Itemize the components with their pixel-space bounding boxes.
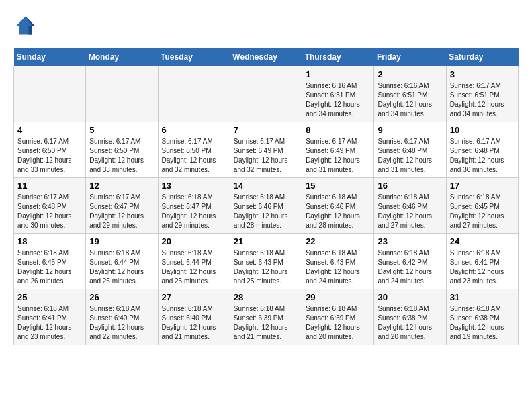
calendar-cell: 6Sunrise: 6:17 AM Sunset: 6:50 PM Daylig… — [158, 122, 230, 178]
day-number: 15 — [306, 181, 370, 191]
calendar-cell: 28Sunrise: 6:18 AM Sunset: 6:39 PM Dayli… — [230, 289, 302, 345]
page-header — [13, 13, 519, 38]
calendar-cell: 4Sunrise: 6:17 AM Sunset: 6:50 PM Daylig… — [14, 122, 86, 178]
calendar-cell: 17Sunrise: 6:18 AM Sunset: 6:45 PM Dayli… — [446, 178, 518, 234]
day-info: Sunrise: 6:17 AM Sunset: 6:49 PM Dayligh… — [306, 137, 370, 175]
day-number: 19 — [89, 236, 154, 246]
day-number: 18 — [17, 236, 82, 246]
day-number: 6 — [162, 125, 226, 135]
day-info: Sunrise: 6:18 AM Sunset: 6:46 PM Dayligh… — [306, 193, 370, 230]
calendar-week-row: 25Sunrise: 6:18 AM Sunset: 6:41 PM Dayli… — [14, 289, 519, 345]
day-number: 1 — [306, 69, 370, 79]
day-info: Sunrise: 6:18 AM Sunset: 6:47 PM Dayligh… — [162, 193, 226, 230]
day-info: Sunrise: 6:17 AM Sunset: 6:51 PM Dayligh… — [450, 81, 515, 119]
day-number: 16 — [378, 181, 442, 191]
calendar-cell — [14, 66, 86, 122]
day-number: 26 — [89, 292, 154, 302]
day-number: 14 — [234, 181, 298, 191]
day-number: 28 — [234, 292, 298, 302]
calendar-week-row: 1Sunrise: 6:16 AM Sunset: 6:51 PM Daylig… — [14, 66, 519, 122]
calendar-week-row: 18Sunrise: 6:18 AM Sunset: 6:45 PM Dayli… — [14, 234, 519, 289]
day-number: 21 — [234, 236, 298, 246]
day-number: 30 — [378, 292, 442, 302]
calendar-cell: 2Sunrise: 6:16 AM Sunset: 6:51 PM Daylig… — [374, 66, 446, 122]
calendar-cell: 24Sunrise: 6:18 AM Sunset: 6:41 PM Dayli… — [446, 234, 518, 289]
calendar-cell: 8Sunrise: 6:17 AM Sunset: 6:49 PM Daylig… — [302, 122, 374, 178]
logo — [13, 13, 42, 38]
header-saturday: Saturday — [446, 48, 518, 66]
calendar-cell: 12Sunrise: 6:17 AM Sunset: 6:47 PM Dayli… — [86, 178, 158, 234]
calendar-cell: 10Sunrise: 6:17 AM Sunset: 6:48 PM Dayli… — [446, 122, 518, 178]
calendar-cell: 27Sunrise: 6:18 AM Sunset: 6:40 PM Dayli… — [158, 289, 230, 345]
day-number: 29 — [306, 292, 370, 302]
day-info: Sunrise: 6:16 AM Sunset: 6:51 PM Dayligh… — [306, 81, 370, 119]
calendar-cell — [158, 66, 230, 122]
header-friday: Friday — [374, 48, 446, 66]
calendar-week-row: 11Sunrise: 6:17 AM Sunset: 6:48 PM Dayli… — [14, 178, 519, 234]
day-info: Sunrise: 6:17 AM Sunset: 6:50 PM Dayligh… — [162, 137, 226, 175]
day-info: Sunrise: 6:17 AM Sunset: 6:50 PM Dayligh… — [17, 137, 82, 175]
calendar-header-row: SundayMondayTuesdayWednesdayThursdayFrid… — [14, 48, 519, 66]
day-number: 13 — [162, 181, 226, 191]
calendar-cell: 31Sunrise: 6:18 AM Sunset: 6:38 PM Dayli… — [446, 289, 518, 345]
day-info: Sunrise: 6:18 AM Sunset: 6:38 PM Dayligh… — [450, 304, 515, 342]
calendar-cell: 13Sunrise: 6:18 AM Sunset: 6:47 PM Dayli… — [158, 178, 230, 234]
day-info: Sunrise: 6:18 AM Sunset: 6:40 PM Dayligh… — [89, 304, 154, 342]
day-number: 22 — [306, 236, 370, 246]
day-number: 31 — [450, 292, 515, 302]
day-info: Sunrise: 6:18 AM Sunset: 6:38 PM Dayligh… — [378, 304, 442, 342]
day-info: Sunrise: 6:18 AM Sunset: 6:39 PM Dayligh… — [234, 304, 298, 342]
day-info: Sunrise: 6:17 AM Sunset: 6:47 PM Dayligh… — [89, 193, 154, 230]
day-number: 2 — [378, 69, 442, 79]
day-number: 27 — [162, 292, 226, 302]
calendar-cell: 1Sunrise: 6:16 AM Sunset: 6:51 PM Daylig… — [302, 66, 374, 122]
calendar-cell: 9Sunrise: 6:17 AM Sunset: 6:48 PM Daylig… — [374, 122, 446, 178]
day-info: Sunrise: 6:18 AM Sunset: 6:42 PM Dayligh… — [378, 248, 442, 286]
calendar-cell — [86, 66, 158, 122]
day-info: Sunrise: 6:18 AM Sunset: 6:46 PM Dayligh… — [234, 193, 298, 230]
day-info: Sunrise: 6:18 AM Sunset: 6:44 PM Dayligh… — [89, 248, 154, 286]
day-info: Sunrise: 6:17 AM Sunset: 6:48 PM Dayligh… — [450, 137, 515, 175]
day-number: 8 — [306, 125, 370, 135]
day-info: Sunrise: 6:18 AM Sunset: 6:44 PM Dayligh… — [162, 248, 226, 286]
header-tuesday: Tuesday — [158, 48, 230, 66]
day-info: Sunrise: 6:18 AM Sunset: 6:46 PM Dayligh… — [378, 193, 442, 230]
day-info: Sunrise: 6:18 AM Sunset: 6:43 PM Dayligh… — [234, 248, 298, 286]
logo-icon — [13, 13, 38, 38]
day-number: 17 — [450, 181, 515, 191]
day-number: 23 — [378, 236, 442, 246]
calendar-cell: 18Sunrise: 6:18 AM Sunset: 6:45 PM Dayli… — [14, 234, 86, 289]
day-info: Sunrise: 6:18 AM Sunset: 6:40 PM Dayligh… — [162, 304, 226, 342]
calendar-cell: 11Sunrise: 6:17 AM Sunset: 6:48 PM Dayli… — [14, 178, 86, 234]
day-info: Sunrise: 6:17 AM Sunset: 6:49 PM Dayligh… — [234, 137, 298, 175]
calendar-cell: 16Sunrise: 6:18 AM Sunset: 6:46 PM Dayli… — [374, 178, 446, 234]
calendar-cell: 3Sunrise: 6:17 AM Sunset: 6:51 PM Daylig… — [446, 66, 518, 122]
calendar-cell: 30Sunrise: 6:18 AM Sunset: 6:38 PM Dayli… — [374, 289, 446, 345]
day-number: 12 — [89, 181, 154, 191]
calendar-week-row: 4Sunrise: 6:17 AM Sunset: 6:50 PM Daylig… — [14, 122, 519, 178]
calendar-cell: 15Sunrise: 6:18 AM Sunset: 6:46 PM Dayli… — [302, 178, 374, 234]
calendar-cell: 21Sunrise: 6:18 AM Sunset: 6:43 PM Dayli… — [230, 234, 302, 289]
calendar-cell — [230, 66, 302, 122]
day-info: Sunrise: 6:17 AM Sunset: 6:48 PM Dayligh… — [378, 137, 442, 175]
calendar-cell: 26Sunrise: 6:18 AM Sunset: 6:40 PM Dayli… — [86, 289, 158, 345]
header-sunday: Sunday — [14, 48, 86, 66]
day-number: 7 — [234, 125, 298, 135]
calendar-cell: 23Sunrise: 6:18 AM Sunset: 6:42 PM Dayli… — [374, 234, 446, 289]
header-monday: Monday — [86, 48, 158, 66]
day-info: Sunrise: 6:18 AM Sunset: 6:45 PM Dayligh… — [17, 248, 82, 286]
day-info: Sunrise: 6:18 AM Sunset: 6:43 PM Dayligh… — [306, 248, 370, 286]
day-number: 11 — [17, 181, 82, 191]
day-info: Sunrise: 6:18 AM Sunset: 6:41 PM Dayligh… — [17, 304, 82, 342]
day-number: 24 — [450, 236, 515, 246]
day-number: 9 — [378, 125, 442, 135]
header-thursday: Thursday — [302, 48, 374, 66]
calendar-table: SundayMondayTuesdayWednesdayThursdayFrid… — [13, 48, 519, 345]
calendar-cell: 25Sunrise: 6:18 AM Sunset: 6:41 PM Dayli… — [14, 289, 86, 345]
day-number: 3 — [450, 69, 515, 79]
day-number: 5 — [89, 125, 154, 135]
day-info: Sunrise: 6:18 AM Sunset: 6:45 PM Dayligh… — [450, 193, 515, 230]
day-number: 25 — [17, 292, 82, 302]
day-info: Sunrise: 6:17 AM Sunset: 6:50 PM Dayligh… — [89, 137, 154, 175]
calendar-cell: 29Sunrise: 6:18 AM Sunset: 6:39 PM Dayli… — [302, 289, 374, 345]
